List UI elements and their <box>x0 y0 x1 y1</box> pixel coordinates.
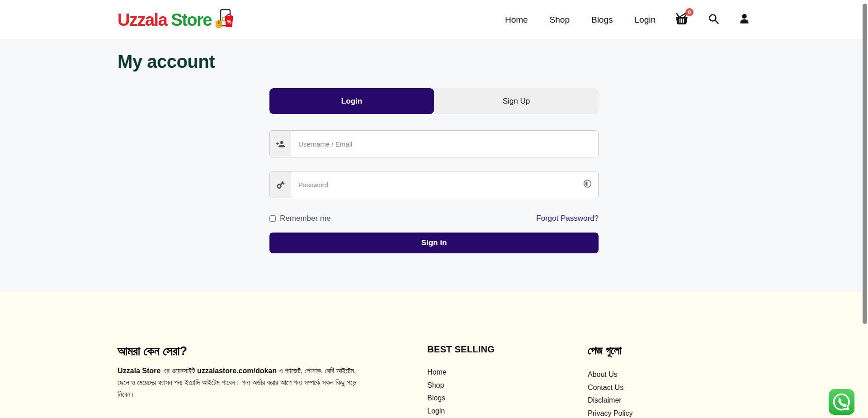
logo-bag-icon: $ % <box>213 8 234 32</box>
username-field-group <box>269 130 599 157</box>
search-button[interactable] <box>708 13 719 26</box>
cart-button[interactable]: 0 <box>675 12 689 28</box>
footer-pages-links: About Us Contact Us Disclaimer Privacy P… <box>588 368 633 418</box>
footer-link-contact-us[interactable]: Contact Us <box>588 381 633 394</box>
footer-pages-column: পেজ গুলো About Us Contact Us Disclaimer … <box>588 344 633 418</box>
site-footer: আমরা কেন সেরা? Uzzala Store এর ওয়েবসাইট… <box>0 292 868 418</box>
user-plus-icon <box>270 131 291 157</box>
nav-shop[interactable]: Shop <box>550 15 570 25</box>
toggle-password-visibility[interactable] <box>583 179 592 190</box>
footer-about-text: Uzzala Store এর ওয়েবসাইট uzzalastore.co… <box>118 365 359 400</box>
eye-icon <box>583 179 592 190</box>
footer-link-blogs[interactable]: Blogs <box>427 392 520 405</box>
nav-blogs[interactable]: Blogs <box>591 15 613 25</box>
username-input[interactable] <box>291 131 598 157</box>
footer-about-text1: এর ওয়েবসাইট <box>160 367 197 375</box>
search-icon <box>708 13 719 26</box>
footer-link-home[interactable]: Home <box>427 366 520 379</box>
footer-about-bold2: uzzalastore.com/dokan <box>197 367 277 375</box>
footer-best-selling-heading: BEST SELLING <box>427 344 520 355</box>
password-field-group <box>269 171 599 198</box>
remember-me-label: Remember me <box>280 214 330 223</box>
svg-text:%: % <box>227 19 231 24</box>
nav-home[interactable]: Home <box>505 15 528 25</box>
main-nav: Home Shop Blogs Login 0 <box>483 12 750 28</box>
footer-link-disclaimer[interactable]: Disclaimer <box>588 394 633 407</box>
key-icon <box>270 171 291 198</box>
site-header: Uzzala Store $ % Home Shop Blogs Log <box>0 0 868 40</box>
nav-login[interactable]: Login <box>635 15 656 25</box>
footer-link-shop[interactable]: Shop <box>427 379 520 392</box>
footer-link-login[interactable]: Login <box>427 405 520 418</box>
svg-text:$: $ <box>218 21 220 24</box>
footer-best-selling-column: BEST SELLING Home Shop Blogs Login <box>427 344 520 418</box>
whatsapp-icon <box>828 409 855 417</box>
footer-about-bold1: Uzzala Store <box>118 367 160 375</box>
auth-tabs: Login Sign Up <box>269 88 599 114</box>
login-form-card: Login Sign Up <box>269 88 599 253</box>
footer-link-about-us[interactable]: About Us <box>588 368 633 381</box>
cart-count-badge: 0 <box>685 8 693 16</box>
sign-in-button[interactable]: Sign in <box>269 233 599 253</box>
logo-text-part1: Uzzala <box>118 10 167 29</box>
footer-pages-heading: পেজ গুলো <box>588 344 633 357</box>
footer-about-heading: আমরা কেন সেরা? <box>118 344 359 358</box>
forgot-password-link[interactable]: Forgot Password? <box>536 214 599 223</box>
footer-link-privacy-policy[interactable]: Privacy Policy <box>588 407 633 418</box>
site-logo[interactable]: Uzzala Store $ % <box>118 8 234 32</box>
remember-me-checkbox[interactable] <box>269 215 276 222</box>
account-button[interactable] <box>738 13 750 27</box>
logo-text: Uzzala Store <box>118 11 212 28</box>
page-title: My account <box>118 52 750 72</box>
password-input[interactable] <box>291 171 598 198</box>
user-icon <box>738 13 750 27</box>
whatsapp-button[interactable] <box>828 388 855 416</box>
logo-text-part2: Store <box>167 10 212 29</box>
tab-signup[interactable]: Sign Up <box>434 88 599 114</box>
footer-about-column: আমরা কেন সেরা? Uzzala Store এর ওয়েবসাইট… <box>118 344 359 400</box>
remember-me: Remember me <box>269 214 330 223</box>
main-content: My account Login Sign Up <box>0 40 868 292</box>
scrollbar-thumb[interactable] <box>863 4 867 324</box>
tab-login[interactable]: Login <box>269 88 434 114</box>
form-options-row: Remember me Forgot Password? <box>269 214 599 223</box>
footer-best-selling-links: Home Shop Blogs Login <box>427 366 520 418</box>
